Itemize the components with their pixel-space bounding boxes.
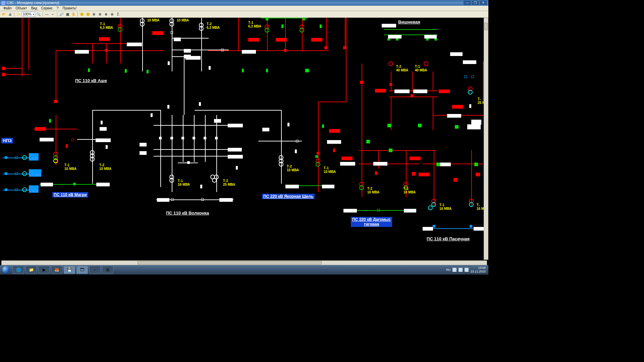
tray-network-icon[interactable] bbox=[459, 268, 463, 272]
menu-edit[interactable]: Править! bbox=[61, 6, 79, 10]
taskbar-misc-icon[interactable]: ▫ bbox=[89, 266, 101, 274]
magic-icon[interactable]: ✨ bbox=[16, 12, 21, 17]
line bbox=[238, 18, 239, 51]
value-label: 0 bbox=[147, 70, 149, 73]
toolbar-sep bbox=[14, 12, 14, 17]
hand-icon[interactable]: ✋ bbox=[71, 12, 76, 17]
app-icon bbox=[1, 1, 5, 5]
bus-label: АВПВП bbox=[439, 163, 451, 166]
line bbox=[318, 102, 319, 192]
tray-lang[interactable]: RU bbox=[446, 268, 450, 272]
menu-view[interactable]: Вид bbox=[29, 6, 39, 10]
voltage-label: U= 118 bbox=[375, 89, 386, 93]
value-label: 0 bbox=[168, 61, 170, 65]
menu-object[interactable]: Объект bbox=[14, 6, 29, 10]
transformer-label: Т-2 10 МВА bbox=[287, 165, 299, 172]
transformer-icon bbox=[359, 185, 364, 190]
value-label: 0 bbox=[106, 145, 108, 149]
voltage-label: U= 119 bbox=[410, 157, 421, 160]
bus-label: I СШ 110 bbox=[228, 148, 242, 152]
value-label: 37 bbox=[366, 140, 370, 143]
vline-icon[interactable]: ⌐ bbox=[50, 12, 56, 17]
open-icon[interactable]: 📂 bbox=[1, 12, 7, 17]
taskbar-ie-icon[interactable]: 🌐 bbox=[13, 266, 24, 274]
transformer-label: Т-2 40 МВА bbox=[396, 65, 408, 72]
sad-icon[interactable]: 🙁 bbox=[85, 12, 91, 17]
arrow-left-icon bbox=[2, 67, 5, 70]
grid-icon[interactable]: ▦ bbox=[65, 12, 70, 17]
transformer-label: 10 МВА bbox=[177, 18, 189, 22]
find-icon[interactable]: 🔎 bbox=[59, 12, 64, 17]
station-vishnevaya: Вишневая bbox=[398, 19, 420, 24]
tray-flag-icon[interactable] bbox=[452, 268, 457, 272]
generator-icon bbox=[22, 171, 27, 176]
hline-icon[interactable]: — bbox=[44, 12, 50, 17]
taskbar-wmp-icon[interactable]: ▶ bbox=[38, 266, 50, 274]
bus-label: II СШ 10 bbox=[219, 198, 233, 202]
value-label: 0 bbox=[151, 113, 153, 117]
transformer-label: Т-1 40 МВА bbox=[415, 65, 427, 72]
maximize-button[interactable]: ❐ bbox=[472, 1, 479, 5]
breaker-icon bbox=[389, 83, 392, 86]
line bbox=[281, 110, 282, 184]
toolbar: 📂 🖨 ✨ 100% 🔍 — ⌐ 🔎 ▦ ✋ 🙂 🙁 ⊕ ⊕ ⊕ ⊕ Σ bbox=[0, 11, 488, 18]
marker-a-icon[interactable]: ⊕ bbox=[91, 12, 97, 17]
zoom-reset-icon[interactable]: 🔍 bbox=[36, 12, 41, 17]
tray-sound-icon[interactable] bbox=[465, 268, 469, 272]
tray-clock[interactable]: 13:06 23.11.2015 bbox=[471, 266, 486, 274]
breaker-icon bbox=[171, 198, 174, 201]
horizontal-scrollbar[interactable] bbox=[1, 260, 487, 265]
minimize-button[interactable]: — bbox=[464, 1, 471, 5]
value-label: 0 bbox=[375, 171, 377, 175]
breaker-icon bbox=[5, 188, 7, 191]
marker-d-icon[interactable]: ⊕ bbox=[109, 12, 115, 17]
toolbar-sep bbox=[57, 12, 57, 17]
bus-label: II СШ 10 bbox=[285, 185, 299, 188]
line bbox=[359, 164, 419, 164]
value-label: 0 bbox=[125, 69, 127, 73]
zoom-select[interactable]: 100% bbox=[22, 12, 35, 17]
station-rodnikovaya-l2: Родни bbox=[467, 124, 481, 129]
breaker-icon bbox=[266, 18, 268, 20]
line bbox=[29, 18, 29, 70]
transformer-icon bbox=[469, 202, 474, 207]
vertical-scrollbar[interactable] bbox=[484, 18, 488, 260]
line bbox=[267, 18, 268, 51]
transformer-icon bbox=[428, 205, 433, 210]
voltage-label: U= 118 bbox=[419, 173, 430, 176]
bus-label: II СШ 10 bbox=[96, 183, 110, 186]
menu-file[interactable]: Файл bbox=[1, 6, 14, 10]
taskbar-firefox-icon[interactable]: 🦊 bbox=[51, 266, 62, 274]
start-button[interactable] bbox=[0, 265, 12, 275]
taskbar-window-icon[interactable]: 🗔 bbox=[76, 266, 88, 274]
breaker-icon bbox=[204, 137, 206, 139]
line bbox=[378, 150, 379, 169]
taskbar-explorer-icon[interactable]: 📁 bbox=[25, 266, 37, 274]
menu-service[interactable]: Сервис bbox=[39, 6, 55, 10]
value-label: 0 bbox=[236, 166, 238, 170]
print-icon[interactable]: 🖨 bbox=[7, 12, 13, 17]
marker-b-icon[interactable]: ⊕ bbox=[97, 12, 103, 17]
bus-label: II СШ 110 bbox=[340, 162, 355, 166]
voltage-label: U= 119 bbox=[276, 38, 287, 42]
generator-icon bbox=[22, 187, 27, 192]
schematic-canvas[interactable]: ПС 110 кВ Аше ПС 110 кВ Магри ПС 110 кВ … bbox=[0, 18, 488, 260]
transformer-icon bbox=[316, 162, 320, 167]
taskbar-net-icon[interactable]: ⊞ bbox=[102, 266, 113, 274]
station-npz: НПЗ bbox=[1, 138, 13, 143]
menu-help[interactable]: ? bbox=[55, 6, 61, 10]
line bbox=[359, 150, 436, 151]
sigma-icon[interactable]: Σ bbox=[115, 12, 121, 17]
line bbox=[3, 74, 30, 75]
value-label: 5 bbox=[266, 69, 268, 72]
taskbar-app-icon[interactable]: 💾 bbox=[64, 266, 75, 274]
scrollbar-thumb[interactable] bbox=[138, 261, 322, 264]
marker-c-icon[interactable]: ⊕ bbox=[103, 12, 109, 17]
smile-icon[interactable]: 🙂 bbox=[79, 12, 85, 17]
breaker-icon bbox=[470, 225, 472, 228]
station-rodnikovaya-l1: ПС 1 bbox=[471, 120, 481, 125]
breaker-icon bbox=[433, 225, 435, 228]
scrollbar-thumb[interactable] bbox=[484, 23, 488, 30]
close-button[interactable]: ✕ bbox=[480, 1, 487, 5]
station-ashe: ПС 110 кВ Аше bbox=[75, 78, 107, 83]
